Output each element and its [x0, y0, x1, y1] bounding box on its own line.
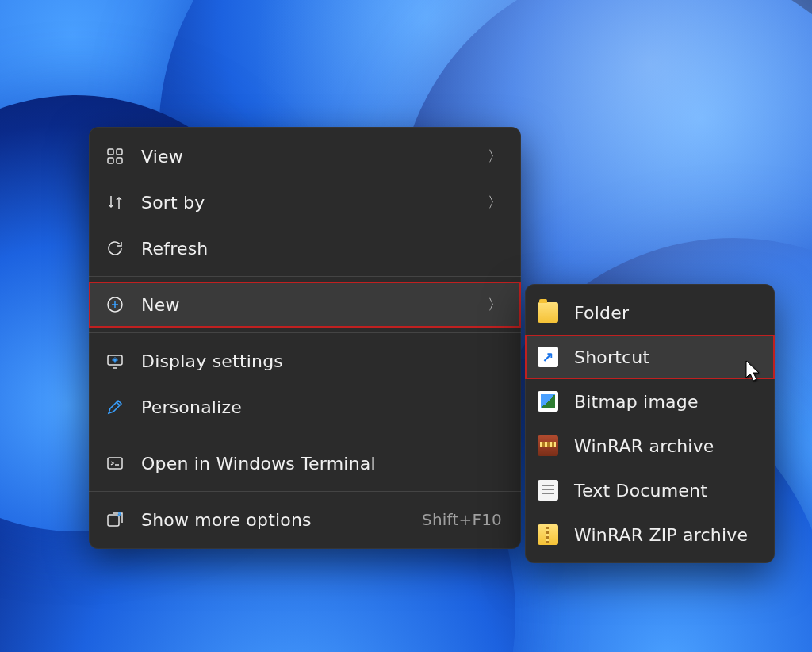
- submenu-item-text[interactable]: Text Document: [525, 468, 775, 512]
- personalize-icon: [105, 397, 125, 417]
- shortcut-icon: [538, 347, 558, 367]
- svg-rect-3: [117, 158, 122, 163]
- terminal-icon: [105, 453, 125, 474]
- menu-label: View: [141, 147, 488, 167]
- menu-label: WinRAR ZIP archive: [574, 525, 760, 545]
- menu-label: Personalize: [141, 397, 502, 417]
- menu-label: Text Document: [574, 481, 760, 501]
- submenu-item-winrar[interactable]: WinRAR archive: [525, 424, 775, 468]
- more-icon: [105, 509, 125, 530]
- svg-point-6: [114, 359, 116, 361]
- svg-rect-7: [108, 458, 122, 469]
- menu-item-terminal[interactable]: Open in Windows Terminal: [89, 440, 521, 486]
- menu-label: Display settings: [141, 351, 502, 371]
- menu-label: Shortcut: [574, 347, 760, 367]
- new-submenu: Folder Shortcut Bitmap image WinRAR arch…: [525, 284, 775, 563]
- chevron-right-icon: 〉: [488, 147, 502, 166]
- menu-item-sort[interactable]: Sort by 〉: [89, 179, 521, 225]
- refresh-icon: [105, 238, 125, 259]
- menu-accelerator: Shift+F10: [422, 510, 502, 529]
- submenu-item-shortcut[interactable]: Shortcut: [525, 335, 775, 379]
- submenu-item-folder[interactable]: Folder: [525, 290, 775, 335]
- submenu-item-zip[interactable]: WinRAR ZIP archive: [525, 512, 775, 557]
- menu-label: New: [141, 295, 488, 315]
- svg-rect-1: [117, 149, 122, 155]
- svg-rect-8: [108, 515, 119, 526]
- chevron-right-icon: 〉: [488, 193, 502, 212]
- menu-item-view[interactable]: View 〉: [89, 133, 521, 179]
- desktop-context-menu: View 〉 Sort by 〉 Refresh New 〉 Display s…: [89, 127, 521, 549]
- bitmap-icon: [538, 391, 558, 412]
- menu-label: Bitmap image: [574, 392, 760, 412]
- chevron-right-icon: 〉: [488, 295, 502, 314]
- svg-rect-2: [108, 158, 113, 163]
- separator: [89, 332, 521, 333]
- menu-item-more-options[interactable]: Show more options Shift+F10: [89, 497, 521, 543]
- menu-item-display-settings[interactable]: Display settings: [89, 338, 521, 384]
- menu-label: WinRAR archive: [574, 436, 760, 456]
- menu-label: Refresh: [141, 239, 502, 259]
- sort-icon: [105, 192, 125, 213]
- folder-icon: [538, 302, 558, 323]
- menu-item-new[interactable]: New 〉: [89, 282, 521, 328]
- menu-label: Show more options: [141, 510, 422, 530]
- submenu-item-bitmap[interactable]: Bitmap image: [525, 379, 775, 424]
- new-icon: [105, 294, 125, 315]
- view-icon: [105, 146, 125, 167]
- menu-item-refresh[interactable]: Refresh: [89, 225, 521, 271]
- menu-item-personalize[interactable]: Personalize: [89, 384, 521, 430]
- menu-label: Open in Windows Terminal: [141, 454, 502, 474]
- menu-label: Folder: [574, 303, 760, 323]
- display-icon: [105, 351, 125, 371]
- separator: [89, 276, 521, 277]
- separator: [89, 491, 521, 492]
- winrar-icon: [538, 435, 558, 456]
- text-icon: [538, 480, 558, 501]
- menu-label: Sort by: [141, 193, 488, 213]
- separator: [89, 435, 521, 435]
- zip-icon: [538, 524, 558, 545]
- svg-rect-0: [108, 149, 113, 155]
